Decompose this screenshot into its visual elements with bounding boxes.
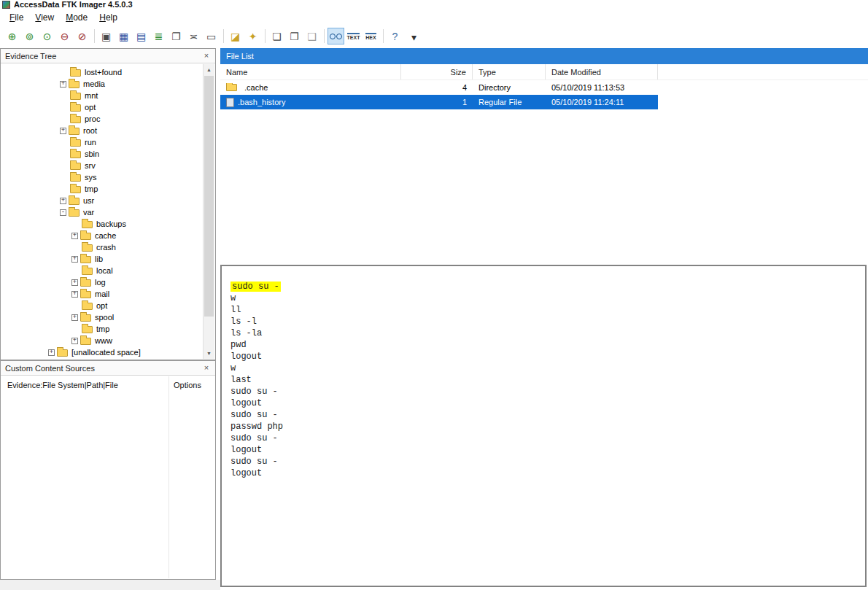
folder-icon (226, 84, 237, 91)
tree-item-usr[interactable]: +usr (1, 195, 203, 206)
expand-icon[interactable]: + (60, 128, 66, 134)
tree-item-label: local (96, 266, 113, 275)
file-row-cache[interactable]: .cache4Directory05/10/2019 11:13:53 (220, 80, 658, 95)
custom-content-pane-toggle[interactable]: ❑ (303, 28, 320, 44)
tree-item-media[interactable]: +media (1, 78, 203, 90)
tree-item--unallocated-space-[interactable]: +[unallocated space] (1, 346, 203, 358)
tree-item-lost+found[interactable]: lost+found (1, 66, 203, 78)
tree-item-label: srv (85, 161, 96, 170)
tree-item-sbin[interactable]: sbin (1, 148, 203, 160)
folder-icon (80, 233, 91, 240)
verify-drive-image[interactable]: ≍ (185, 28, 202, 44)
folder-icon (70, 139, 81, 147)
properties-pane-toggle[interactable]: ❏ (268, 28, 285, 44)
menu-view[interactable]: View (29, 10, 60, 25)
scroll-down-icon[interactable]: ▼ (204, 348, 214, 359)
tree-item-opt[interactable]: opt (1, 101, 203, 113)
toolbar-separator (94, 29, 95, 43)
add-all-attached-devices[interactable]: ⊚ (21, 28, 38, 44)
remove-evidence-item[interactable]: ⊖ (56, 28, 73, 44)
file-list-rows: .cache4Directory05/10/2019 11:13:53.bash… (220, 80, 868, 109)
tree-item-srv[interactable]: srv (1, 160, 203, 171)
detect-efs-encryption[interactable]: ✦ (244, 28, 261, 44)
obtain-protected-files[interactable]: ◪ (227, 28, 244, 44)
custom-content-body: Evidence:File System|Path|File Options (1, 376, 214, 578)
menu-mode[interactable]: Mode (60, 10, 93, 25)
tree-item-spool[interactable]: +spool (1, 311, 203, 323)
menu-file[interactable]: File (4, 10, 29, 25)
column-header-size[interactable]: Size (401, 64, 473, 79)
expand-icon[interactable]: + (60, 198, 66, 204)
expand-icon[interactable]: + (48, 349, 55, 356)
tree-item-tmp[interactable]: tmp (1, 183, 203, 195)
close-icon[interactable]: × (201, 363, 212, 373)
terminal-text: logout (230, 352, 262, 362)
folder-icon (70, 69, 81, 77)
tree-item-root[interactable]: +root (1, 125, 203, 136)
add-all-attached-devices-icon: ⊚ (26, 31, 34, 42)
tree-item-mnt[interactable]: mnt (1, 90, 203, 101)
terminal-text: w (230, 363, 236, 373)
tree-item-www[interactable]: +www (1, 335, 203, 346)
tree-item-run[interactable]: run (1, 136, 203, 148)
content-viewer[interactable]: sudo su -wllls -lls -lapwdlogoutwlastsud… (220, 265, 867, 587)
tree-item-sys[interactable]: sys (1, 171, 203, 183)
create-disk-image[interactable]: ▣ (98, 28, 115, 44)
menu-help[interactable]: Help (93, 10, 123, 25)
hex-interpreter-pane-toggle[interactable]: ❐ (286, 28, 303, 44)
expand-icon[interactable]: + (71, 256, 78, 263)
column-header-type[interactable]: Type (473, 64, 546, 79)
tree-item-var[interactable]: -var (1, 206, 203, 218)
expand-icon[interactable]: + (60, 81, 66, 88)
scroll-up-icon[interactable]: ▲ (204, 64, 214, 75)
view-hex-icon: HEX (365, 33, 376, 40)
export-file-hash-list[interactable]: ≣ (150, 28, 167, 44)
tree-item-lib[interactable]: +lib (1, 253, 203, 265)
expand-icon[interactable]: + (71, 279, 78, 286)
toolbar-options-dropdown[interactable]: ▾ (406, 30, 422, 47)
terminal-line: w (230, 292, 865, 304)
tree-item-label: log (95, 278, 106, 287)
column-header-name[interactable]: Name (220, 64, 401, 79)
column-header-date-modified[interactable]: Date Modified (546, 64, 658, 79)
expand-icon[interactable]: + (71, 338, 78, 344)
tree-item-opt[interactable]: opt (1, 300, 203, 311)
folder-icon (70, 93, 81, 100)
folder-icon (80, 279, 91, 287)
view-hex[interactable]: HEX (363, 28, 379, 44)
capture-memory[interactable]: ▭ (203, 28, 220, 44)
expand-icon[interactable]: + (71, 233, 78, 239)
properties-pane-toggle-icon: ❏ (272, 31, 282, 42)
tree-item-mail[interactable]: +mail (1, 288, 203, 300)
custom-content-column-header[interactable]: Evidence:File System|Path|File (7, 381, 118, 389)
expand-icon[interactable]: + (71, 291, 78, 298)
tree-item-label: opt (85, 103, 96, 112)
collapse-icon[interactable]: - (60, 209, 66, 216)
folder-icon (80, 314, 91, 322)
tree-item-crash[interactable]: crash (1, 241, 203, 253)
tree-item-cache[interactable]: +cache (1, 230, 203, 241)
scrollbar-thumb[interactable] (204, 76, 214, 317)
tree-item-tmp[interactable]: tmp (1, 323, 203, 335)
remove-all-evidence-items[interactable]: ⊘ (74, 28, 90, 44)
view-text[interactable]: TEXT (345, 28, 362, 44)
image-mounting[interactable]: ⊙ (39, 28, 55, 44)
tree-item-backups[interactable]: backups (1, 218, 203, 230)
add-evidence-item-icon: ⊕ (8, 31, 17, 42)
highlighted-text: sudo su - (230, 282, 281, 292)
expand-icon[interactable]: + (71, 314, 78, 321)
options-column-header[interactable]: Options (174, 381, 201, 389)
custom-content-title: Custom Content Sources (5, 364, 95, 373)
tree-scrollbar[interactable]: ▲ ▼ (203, 64, 214, 359)
add-evidence-item[interactable]: ⊕ (4, 28, 20, 44)
help[interactable]: ? (387, 28, 403, 44)
tree-item-log[interactable]: +log (1, 276, 203, 288)
tree-item-proc[interactable]: proc (1, 113, 203, 125)
add-to-custom-content-image[interactable]: ❐ (168, 28, 185, 44)
export-files[interactable]: ▤ (133, 28, 150, 44)
export-disk-image[interactable]: ▦ (115, 28, 132, 44)
file-row-bash_history[interactable]: .bash_history1Regular File05/10/2019 11:… (220, 95, 658, 109)
view-automatic[interactable] (328, 28, 344, 44)
close-icon[interactable]: × (201, 51, 212, 61)
tree-item-local[interactable]: local (1, 265, 203, 276)
